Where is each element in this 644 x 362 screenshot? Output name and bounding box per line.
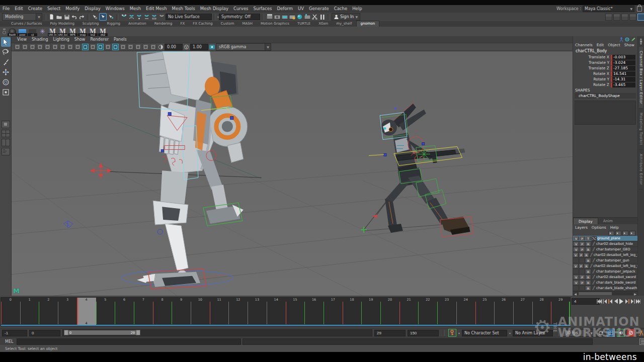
shadows-toggle-icon[interactable] — [105, 44, 111, 50]
workspace-dropdown[interactable]: Maya Classic* ▼ — [583, 6, 634, 12]
layer-icon-2[interactable] — [615, 231, 621, 236]
frame-19[interactable]: 19 — [361, 298, 380, 326]
layer-row-char-batsniper-geo[interactable]: VPR╱char:batsniper_GEO — [573, 247, 637, 252]
go-to-end-button[interactable] — [635, 298, 640, 304]
playback-toggle[interactable]: P — [580, 242, 585, 246]
layer-row-char02-desaibot-hide[interactable]: VPR╱char02:desaibot_hide — [573, 241, 637, 247]
save-scene-icon[interactable] — [63, 14, 70, 20]
menu-deform[interactable]: Deform — [274, 5, 295, 13]
shelf-tab-custom[interactable]: Custom — [217, 21, 238, 27]
shelf-tab-xgen[interactable]: XGen — [314, 21, 332, 27]
shelf-tab-rendering[interactable]: Rendering — [150, 21, 177, 27]
render-view-icon[interactable] — [266, 14, 273, 20]
shelf-item-ikfk[interactable]: MIKFK — [68, 27, 77, 36]
channel-value[interactable]: -27.185 — [611, 66, 635, 71]
layout-four-pane-icon[interactable] — [2, 130, 10, 137]
select-tool[interactable] — [1, 37, 11, 47]
hypershade-icon[interactable] — [296, 14, 303, 20]
play-forwards-button[interactable] — [619, 298, 624, 304]
frame-3[interactable]: 3 — [58, 298, 77, 326]
menu-mesh-display[interactable]: Mesh Display — [198, 5, 231, 13]
shelf-tab-fx[interactable]: FX — [177, 21, 189, 27]
timeline-ruler[interactable]: 0123445678910111213141516171819202122232… — [1, 297, 571, 326]
resolution-gate-icon[interactable] — [44, 44, 51, 50]
type-toggle[interactable]: R — [586, 281, 591, 285]
robot-character[interactable] — [91, 51, 248, 289]
character-set-dropdown[interactable]: No Character Set — [462, 330, 507, 336]
layer-icon-3[interactable] — [622, 231, 628, 236]
toggle-modeling-toolkit-icon[interactable] — [629, 14, 636, 21]
menu-modify[interactable]: Modify — [63, 5, 82, 13]
shelf-item-cjl[interactable]: cjl — [28, 27, 37, 36]
scroll-left-icon[interactable]: ◀ — [573, 292, 578, 296]
paint-select-tool[interactable] — [1, 57, 11, 67]
pause-icon[interactable] — [319, 14, 326, 20]
grid-toggle-icon[interactable] — [29, 44, 36, 50]
channel-box-menu-object[interactable]: Object — [606, 43, 622, 47]
frame-16[interactable]: 16 — [304, 298, 324, 326]
channel-box-menu-channels[interactable]: Channels — [573, 43, 595, 47]
playback-end-field[interactable] — [374, 330, 406, 336]
layer-row-char02-desaibot-left-leg-geo[interactable]: VPR╱char02:desaibot_left_leg_GEO — [573, 263, 637, 269]
make-live-icon[interactable] — [158, 14, 165, 20]
frame-9[interactable]: 9 — [172, 298, 191, 326]
shelf-item-star[interactable]: ✳ — [38, 27, 47, 36]
loop-mode-icon[interactable] — [597, 329, 605, 337]
panel-tab-channel-box-layer-editor[interactable]: Channel Box / Layer Editor — [639, 47, 643, 109]
gamma-field[interactable]: 1.00 — [190, 44, 208, 50]
shelf-tab-sculpting[interactable]: Sculpting — [78, 21, 103, 27]
new-scene-icon[interactable] — [48, 14, 55, 20]
shelf-options-icon[interactable] — [1, 27, 7, 36]
ipr-render-icon[interactable] — [281, 14, 288, 20]
frame-14[interactable]: 14 — [267, 298, 286, 326]
frame-2[interactable]: 2 — [39, 298, 58, 326]
snap-curve-icon[interactable] — [128, 14, 135, 20]
menu-curves[interactable]: Curves — [231, 5, 251, 13]
type-toggle[interactable]: R — [584, 264, 589, 268]
shelf-tab-rigging[interactable]: Rigging — [103, 21, 125, 27]
plane-toggle-icon[interactable] — [142, 44, 149, 50]
frame-17[interactable]: 17 — [324, 298, 343, 326]
safe-action-icon[interactable] — [67, 44, 73, 50]
shelf-item-pose[interactable]: pose — [18, 27, 27, 36]
shelf-tab-animation[interactable]: Animation — [124, 21, 150, 27]
menu-set-dropdown[interactable]: Modeling ▼ — [2, 13, 42, 21]
type-toggle[interactable]: R — [586, 269, 591, 274]
menu-generate[interactable]: Generate — [306, 5, 332, 13]
layer-menu-help[interactable]: Help — [608, 225, 621, 230]
chevron-down-icon[interactable]: ▾ — [509, 331, 511, 335]
visibility-toggle[interactable]: V — [574, 247, 579, 251]
ao-toggle-icon[interactable] — [112, 44, 119, 50]
playback-start-field[interactable] — [29, 330, 60, 336]
snap-grid-icon[interactable] — [121, 14, 127, 20]
isolate-select-icon[interactable] — [135, 44, 141, 50]
channel-rotate-y[interactable]: Rotate Y-14.31 — [573, 76, 637, 82]
menu-uv[interactable]: UV — [295, 5, 306, 13]
playback-toggle[interactable]: P — [579, 264, 584, 268]
channel-value[interactable]: -14.31 — [611, 77, 635, 82]
script-editor-icon[interactable] — [639, 338, 644, 345]
panel-tab-modeling-toolkit[interactable]: Modeling Toolkit — [639, 109, 643, 149]
strip-scroll-icons[interactable]: ▲■▼ — [640, 36, 642, 47]
panel-tab-attribute-editor[interactable]: Attribute Editor — [639, 150, 643, 190]
channel-translate-x[interactable]: Translate X-0.003 — [573, 54, 637, 60]
playback-toggle[interactable]: P — [580, 275, 585, 279]
toggle-outliner-icon[interactable] — [621, 14, 628, 21]
menu-help[interactable]: Help — [350, 5, 364, 13]
snap-view-plane-icon[interactable] — [151, 14, 157, 20]
layer-horizontal-scrollbar[interactable]: ◀ ▶ — [573, 291, 637, 296]
animation-preferences-icon[interactable] — [637, 329, 644, 337]
select-object-icon[interactable] — [99, 13, 107, 21]
field-chart-icon[interactable] — [59, 44, 66, 50]
frame-22[interactable]: 22 — [418, 298, 437, 326]
frame-10[interactable]: 10 — [191, 298, 210, 326]
step-back-key-button[interactable] — [608, 298, 613, 304]
playback-toggle[interactable]: P — [580, 236, 585, 240]
channel-box-menu-edit[interactable]: Edit — [595, 43, 606, 47]
shelf-item-rad9[interactable]: Rad9 — [8, 27, 17, 36]
fps-dropdown[interactable]: 30 fps ▼ — [562, 329, 595, 337]
toggle-attribute-editor-icon[interactable] — [605, 14, 612, 21]
visibility-toggle[interactable] — [574, 269, 579, 274]
command-input[interactable] — [17, 338, 241, 345]
menu-cache[interactable]: Cache — [332, 5, 350, 13]
